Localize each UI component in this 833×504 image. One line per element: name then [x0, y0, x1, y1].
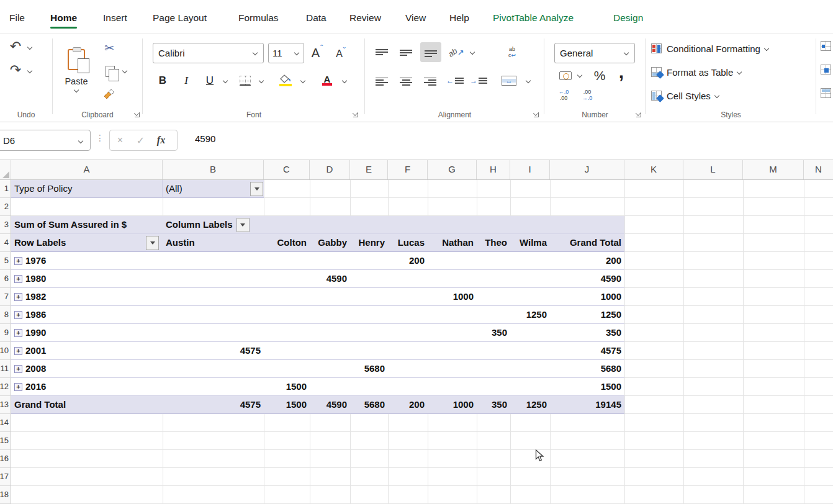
tab-page-layout[interactable]: Page Layout [153, 9, 207, 30]
cell[interactable] [163, 306, 264, 324]
decrease-decimal-button[interactable]: .00 →.0 [577, 87, 597, 103]
undo-button[interactable]: ↶ [7, 38, 24, 55]
cell[interactable] [388, 288, 428, 306]
number-format-combobox[interactable]: General [554, 43, 635, 63]
column-header-f[interactable]: F [388, 160, 428, 179]
align-left-button[interactable] [372, 72, 391, 89]
cell[interactable]: 1250 [510, 306, 550, 324]
clipboard-dialog-launcher[interactable] [133, 111, 141, 119]
cell[interactable] [510, 324, 550, 342]
grand-total-cell[interactable]: 1250 [510, 396, 550, 414]
cell[interactable] [163, 252, 264, 270]
row-header[interactable]: 9 [0, 324, 11, 342]
grand-total-cell[interactable]: 1500 [264, 396, 310, 414]
row-header[interactable]: 18 [0, 486, 11, 504]
row-total-cell[interactable]: 5680 [550, 360, 624, 378]
cell[interactable] [163, 270, 264, 288]
tab-home[interactable]: Home [50, 9, 77, 30]
measure-cell[interactable]: Sum of Sum Assured in $ [11, 216, 163, 234]
cell[interactable] [428, 324, 477, 342]
cell[interactable] [310, 378, 350, 396]
filter-dropdown-button[interactable] [250, 182, 263, 196]
insert-cells-button[interactable] [821, 41, 831, 51]
redo-dropdown-chevron[interactable] [27, 68, 33, 74]
cell[interactable] [388, 378, 428, 396]
grand-total-sum[interactable]: 19145 [550, 396, 624, 414]
merge-center-button[interactable]: ↔ [500, 72, 518, 89]
cell[interactable] [350, 378, 388, 396]
row-header[interactable]: 14 [0, 414, 11, 432]
font-color-chevron[interactable] [342, 78, 348, 84]
cell[interactable] [264, 306, 310, 324]
expand-button[interactable]: + [14, 257, 22, 265]
row-label[interactable]: 1980 [25, 273, 46, 284]
copy-button[interactable] [102, 63, 117, 79]
bottom-align-button[interactable] [420, 42, 441, 62]
row-header[interactable]: 11 [0, 360, 11, 378]
expand-button[interactable]: + [14, 275, 22, 283]
row-header[interactable]: 15 [0, 432, 11, 450]
filter-field-cell[interactable]: Type of Policy [11, 180, 163, 198]
cell[interactable] [388, 324, 428, 342]
row-label[interactable]: 2001 [25, 345, 46, 356]
row-total-cell[interactable]: 1250 [550, 306, 624, 324]
column-header-n[interactable]: N [804, 160, 833, 179]
align-right-button[interactable] [421, 72, 439, 89]
grand-total-cell[interactable]: 1000 [428, 396, 477, 414]
column-header-h[interactable]: H [477, 160, 510, 179]
cell[interactable]: 200 [388, 252, 428, 270]
row-label[interactable]: 1982 [25, 291, 46, 302]
cell[interactable] [428, 342, 477, 360]
grand-total-cell[interactable]: 4590 [310, 396, 350, 414]
cell[interactable] [350, 342, 388, 360]
col-header-nathan[interactable]: Nathan [428, 234, 477, 252]
top-align-button[interactable] [372, 43, 391, 61]
cell[interactable] [510, 360, 550, 378]
name-box-chevron[interactable] [78, 138, 84, 144]
row-label[interactable]: 2008 [25, 363, 46, 374]
column-header-g[interactable]: G [428, 160, 477, 179]
col-header-austin[interactable]: Austin [163, 234, 264, 252]
alignment-dialog-launcher[interactable] [533, 111, 540, 119]
row-header[interactable]: 10 [0, 342, 11, 360]
cell[interactable] [477, 270, 510, 288]
underline-button[interactable]: U [202, 72, 218, 89]
column-labels-cell[interactable]: Column Labels [163, 216, 624, 234]
cancel-entry-button[interactable]: × [110, 135, 130, 146]
col-header-gabby[interactable]: Gabby [310, 234, 350, 252]
column-header-b[interactable]: B [163, 160, 264, 179]
column-header-d[interactable]: D [310, 160, 350, 179]
cell[interactable] [477, 306, 510, 324]
cell[interactable] [310, 360, 350, 378]
delete-cells-button[interactable] [821, 65, 831, 74]
cell[interactable] [264, 324, 310, 342]
cell[interactable] [163, 360, 264, 378]
row-header[interactable]: 2 [0, 198, 11, 216]
redo-button[interactable]: ↷ [7, 62, 24, 78]
cell[interactable]: 1500 [264, 378, 310, 396]
row-header[interactable]: 6 [0, 270, 11, 288]
tab-view[interactable]: View [405, 9, 426, 30]
fill-color-chevron[interactable] [300, 78, 306, 84]
row-header[interactable]: 8 [0, 306, 11, 324]
expand-button[interactable]: + [14, 347, 22, 355]
cell[interactable] [388, 360, 428, 378]
tab-formulas[interactable]: Formulas [238, 9, 279, 30]
row-label[interactable]: 2016 [25, 381, 46, 392]
increase-font-size-button[interactable]: A ˆ [308, 43, 326, 62]
column-header-l[interactable]: L [683, 160, 743, 179]
tab-design[interactable]: Design [613, 9, 643, 30]
row-header[interactable]: 17 [0, 468, 11, 486]
cell[interactable] [350, 306, 388, 324]
fill-color-button[interactable] [277, 71, 294, 87]
cell[interactable]: 5680 [350, 360, 388, 378]
cell[interactable] [310, 306, 350, 324]
formula-input[interactable]: 4590 [195, 133, 215, 144]
cell[interactable] [310, 342, 350, 360]
cell[interactable] [264, 288, 310, 306]
tab-file[interactable]: File [9, 9, 25, 30]
filter-value-cell[interactable]: (All) [163, 180, 264, 198]
cell[interactable] [477, 342, 510, 360]
undo-dropdown-chevron[interactable] [27, 45, 33, 50]
row-header[interactable]: 13 [0, 396, 11, 414]
